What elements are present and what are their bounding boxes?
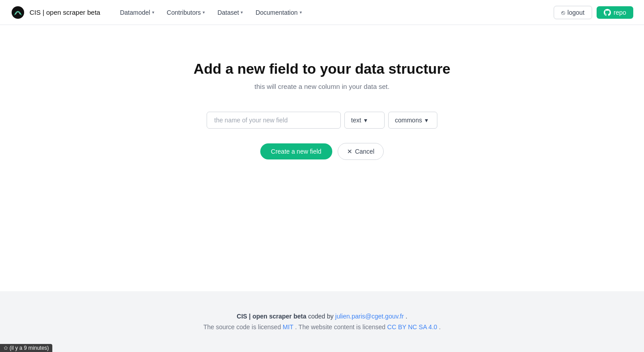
type-select-value: text	[351, 117, 361, 124]
action-row: Create a new field ✕ Cancel	[260, 143, 384, 160]
chevron-down-icon: ▾	[425, 117, 428, 124]
nav-link-contributors-label: Contributors	[167, 9, 201, 16]
nav-link-dataset[interactable]: Dataset ▾	[212, 6, 248, 19]
logo-icon	[11, 5, 25, 20]
chevron-down-icon: ▾	[152, 10, 154, 15]
nav-link-datamodel[interactable]: Datamodel ▾	[114, 6, 160, 19]
page-subtitle: this will create a new column in your da…	[254, 83, 390, 90]
nav-link-documentation[interactable]: Documentation ▾	[250, 6, 307, 19]
nav-link-dataset-label: Dataset	[217, 9, 239, 16]
footer-mit: MIT	[283, 323, 293, 331]
chevron-down-icon: ▾	[364, 117, 367, 124]
chevron-down-icon: ▾	[203, 10, 205, 15]
commons-select[interactable]: commons ▾	[388, 112, 437, 129]
cancel-button[interactable]: ✕ Cancel	[338, 143, 384, 160]
nav-logo[interactable]: CIS | open scraper beta	[11, 5, 100, 20]
footer-email-link[interactable]: julien.paris@cget.gouv.fr	[335, 313, 406, 320]
footer-brand: CIS | open scraper beta	[237, 313, 306, 320]
nav-brand-label: CIS | open scraper beta	[30, 8, 100, 16]
footer-mit-link[interactable]: MIT	[283, 323, 295, 331]
nav-links: Datamodel ▾ Contributors ▾ Dataset ▾ Doc…	[114, 6, 554, 19]
footer-license-prefix: The source code is licensed	[203, 323, 281, 331]
nav-actions: ⎋ logout repo	[554, 6, 633, 19]
footer-line2: The source code is licensed MIT . The we…	[0, 323, 644, 331]
footer-cc-link[interactable]: CC BY NC SA 4.0	[387, 323, 439, 331]
form-row: text ▾ commons ▾	[207, 112, 437, 129]
commons-select-value: commons	[395, 117, 422, 124]
page-title: Add a new field to your data structure	[194, 61, 450, 77]
cancel-label: Cancel	[355, 148, 375, 155]
chevron-down-icon: ▾	[241, 10, 243, 15]
footer-coded-by: coded by	[308, 313, 335, 320]
footer-license-mid: . The website content is licensed	[295, 323, 386, 331]
status-text: ✩ (il y a 9 minutes)	[4, 345, 49, 351]
footer-period: .	[406, 313, 407, 320]
type-select[interactable]: text ▾	[344, 112, 385, 129]
nav-link-datamodel-label: Datamodel	[120, 9, 150, 16]
nav-link-documentation-label: Documentation	[255, 9, 297, 16]
svg-point-0	[12, 6, 24, 19]
footer-license-suffix: .	[439, 323, 441, 331]
status-bar: ✩ (il y a 9 minutes)	[0, 344, 52, 352]
github-icon	[604, 9, 611, 16]
logout-button[interactable]: ⎋ logout	[554, 6, 592, 19]
footer-line1: CIS | open scraper beta coded by julien.…	[0, 313, 644, 320]
repo-label: repo	[614, 9, 626, 16]
footer-email: julien.paris@cget.gouv.fr	[335, 313, 404, 320]
nav-link-contributors[interactable]: Contributors ▾	[161, 6, 210, 19]
repo-button[interactable]: repo	[597, 6, 633, 19]
field-name-input[interactable]	[207, 112, 341, 129]
cancel-x-icon: ✕	[347, 148, 352, 155]
chevron-down-icon: ▾	[300, 10, 302, 15]
footer: CIS | open scraper beta coded by julien.…	[0, 291, 644, 352]
logout-label: logout	[568, 9, 585, 16]
create-field-button[interactable]: Create a new field	[260, 143, 332, 159]
footer-cc: CC BY NC SA 4.0	[387, 323, 437, 331]
logout-icon: ⎋	[561, 9, 565, 16]
navbar: CIS | open scraper beta Datamodel ▾ Cont…	[0, 0, 644, 25]
main-content: Add a new field to your data structure t…	[0, 25, 644, 291]
